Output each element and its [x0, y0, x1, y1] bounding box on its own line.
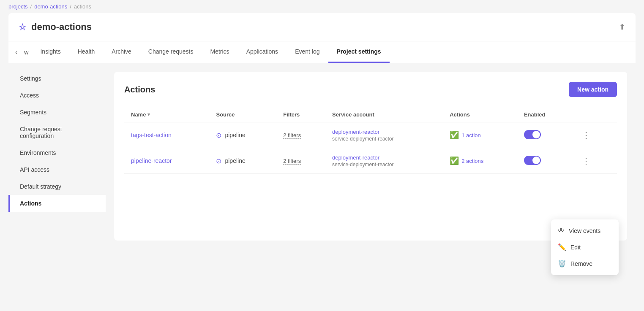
service-account-link-2[interactable]: deployment-reactor — [332, 154, 436, 161]
col-name[interactable]: Name ▾ — [124, 107, 209, 122]
nav-arrow-left[interactable]: ‹ — [12, 49, 21, 56]
sidebar-item-segments[interactable]: Segments — [8, 104, 106, 121]
source-label-2: pipeline — [225, 157, 245, 164]
name-sort-icon: ▾ — [147, 112, 150, 117]
more-button-1[interactable]: ⋮ — [579, 128, 594, 142]
dropdown-remove[interactable]: 🗑️ Remove — [551, 255, 619, 272]
star-icon[interactable]: ☆ — [19, 22, 26, 32]
sidebar-item-api-access[interactable]: API access — [8, 161, 106, 178]
service-account-sub-1: service-deployment-reactor — [332, 136, 436, 142]
col-enabled: Enabled — [517, 107, 572, 122]
source-cell-2: ⊙ pipeline — [216, 157, 270, 165]
sidebar-item-change-request-config[interactable]: Change request configuration — [8, 121, 106, 144]
sidebar-item-environments[interactable]: Environments — [8, 144, 106, 161]
sidebar-item-settings[interactable]: Settings — [8, 70, 106, 87]
source-cell-1: ⊙ pipeline — [216, 131, 270, 139]
toggle-1[interactable] — [524, 130, 541, 139]
tab-event-log[interactable]: Event log — [287, 41, 328, 63]
pipeline-icon-1: ⊙ — [216, 131, 221, 139]
tab-project-settings[interactable]: Project settings — [328, 41, 390, 63]
project-title: demo-actions — [31, 22, 92, 32]
tab-change-requests[interactable]: Change requests — [140, 41, 202, 63]
tab-health[interactable]: Health — [69, 41, 103, 63]
check-icon-2: ✅ — [450, 156, 459, 165]
action-check-2: ✅ 2 actions — [450, 156, 510, 165]
toggle-2[interactable] — [524, 156, 541, 165]
trash-icon: 🗑️ — [558, 260, 566, 268]
dropdown-remove-label: Remove — [570, 260, 592, 267]
col-source: Source — [209, 107, 276, 122]
action-count-link-1[interactable]: 1 action — [461, 132, 481, 138]
breadcrumb-project[interactable]: demo-actions — [34, 3, 67, 10]
check-icon-1: ✅ — [450, 130, 459, 140]
new-action-button[interactable]: New action — [569, 82, 617, 97]
content-card: Actions New action Name ▾ Source Filte — [114, 72, 627, 241]
breadcrumb: projects / demo-actions / actions — [0, 0, 644, 13]
table-row: pipeline-reactor ⊙ pipeline 2 filters — [124, 148, 617, 174]
page-title: Actions — [124, 85, 155, 95]
project-title-area: ☆ demo-actions — [19, 22, 92, 32]
action-name-link-1[interactable]: tags-test-action — [131, 132, 172, 138]
nav-letter: w — [21, 42, 32, 62]
pipeline-icon-2: ⊙ — [216, 157, 221, 165]
action-count-link-2[interactable]: 2 actions — [461, 158, 483, 164]
breadcrumb-current: actions — [74, 3, 91, 10]
tab-insights[interactable]: Insights — [32, 41, 69, 63]
dropdown-view-events[interactable]: 👁 View events — [551, 223, 619, 239]
filter-badge-1[interactable]: 2 filters — [283, 132, 301, 139]
dropdown-view-events-label: View events — [569, 227, 600, 234]
tab-archive[interactable]: Archive — [103, 41, 140, 63]
service-account-2: deployment-reactor service-deployment-re… — [332, 154, 436, 168]
filter-badge-2[interactable]: 2 filters — [283, 158, 301, 165]
more-button-2[interactable]: ⋮ — [579, 154, 594, 168]
eye-icon: 👁 — [558, 227, 565, 235]
sidebar: Settings Access Segments Change request … — [8, 63, 106, 274]
sidebar-item-default-strategy[interactable]: Default strategy — [8, 178, 106, 195]
source-label-1: pipeline — [225, 132, 245, 138]
tab-applications[interactable]: Applications — [238, 41, 287, 63]
dropdown-edit-label: Edit — [570, 244, 581, 251]
sidebar-item-access[interactable]: Access — [8, 87, 106, 104]
upload-button[interactable]: ⬆ — [619, 22, 625, 32]
col-service-account: Service account — [325, 107, 443, 122]
col-actions: Actions — [443, 107, 517, 122]
service-account-link-1[interactable]: deployment-reactor — [332, 129, 436, 135]
service-account-sub-2: service-deployment-reactor — [332, 162, 436, 168]
service-account-1: deployment-reactor service-deployment-re… — [332, 129, 436, 142]
nav-tabs: ‹ w Insights Health Archive Change reque… — [8, 41, 636, 63]
col-more — [572, 107, 617, 122]
dropdown-menu: 👁 View events ✏️ Edit 🗑️ Remove — [551, 219, 619, 274]
tab-metrics[interactable]: Metrics — [202, 41, 238, 63]
action-name-link-2[interactable]: pipeline-reactor — [131, 157, 172, 164]
col-filters: Filters — [276, 107, 325, 122]
table-row: tags-test-action ⊙ pipeline 2 filters — [124, 122, 617, 148]
actions-section-header: Actions New action — [124, 82, 617, 97]
dropdown-edit[interactable]: ✏️ Edit — [551, 239, 619, 255]
actions-table: Name ▾ Source Filters Service account Ac… — [124, 107, 617, 174]
edit-icon: ✏️ — [558, 243, 566, 251]
project-header: ☆ demo-actions ⬆ — [8, 13, 636, 41]
breadcrumb-projects[interactable]: projects — [8, 3, 28, 10]
main-layout: Settings Access Segments Change request … — [8, 63, 636, 274]
sidebar-item-actions[interactable]: Actions — [8, 195, 106, 212]
action-check-1: ✅ 1 action — [450, 130, 510, 140]
